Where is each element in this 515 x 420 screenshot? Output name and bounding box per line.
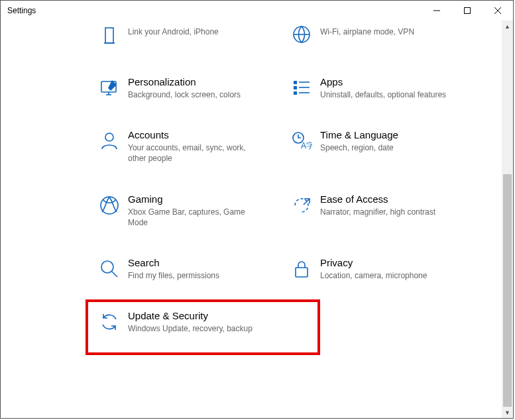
- svg-point-21: [101, 261, 113, 273]
- gaming-icon: [93, 193, 125, 216]
- category-privacy[interactable]: Privacy Location, camera, microphone: [286, 257, 471, 281]
- svg-rect-10: [294, 81, 297, 84]
- svg-text:A字: A字: [301, 141, 312, 150]
- titlebar: Settings: [1, 1, 513, 21]
- content-area: Link your Android, iPhone Wi-Fi, airplan…: [1, 21, 502, 418]
- maximize-button[interactable]: [452, 1, 483, 21]
- category-network[interactable]: Wi-Fi, airplane mode, VPN: [286, 25, 471, 47]
- close-button[interactable]: [483, 1, 513, 21]
- category-desc: Your accounts, email, sync, work, other …: [128, 142, 260, 164]
- category-desc: Windows Update, recovery, backup: [128, 323, 253, 334]
- category-title: Personalization: [128, 76, 241, 87]
- window-title: Settings: [7, 6, 422, 15]
- category-title: Accounts: [128, 129, 260, 140]
- scroll-down-button[interactable]: ▼: [502, 407, 513, 418]
- settings-window: Settings Link your Android, iPhone: [0, 0, 514, 419]
- category-desc: Uninstall, defaults, optional features: [320, 89, 446, 100]
- category-desc: Find my files, permissions: [128, 270, 219, 281]
- svg-rect-4: [105, 28, 113, 43]
- category-title: Ease of Access: [320, 193, 435, 205]
- vertical-scrollbar[interactable]: ▲ ▼: [502, 21, 513, 418]
- minimize-button[interactable]: [422, 1, 452, 21]
- search-icon: [93, 257, 125, 280]
- category-title: Privacy: [320, 257, 427, 268]
- category-title: Gaming: [128, 193, 260, 205]
- svg-line-20: [304, 199, 310, 205]
- category-desc: Link your Android, iPhone: [128, 26, 219, 37]
- highlight-update-security: Update & Security Windows Update, recove…: [87, 301, 319, 354]
- category-ease-of-access[interactable]: Ease of Access Narrator, magnifier, high…: [286, 193, 471, 228]
- category-time[interactable]: A字 Time & Language Speech, region, date: [286, 129, 471, 164]
- category-personalization[interactable]: Personalization Background, lock screen,…: [93, 76, 279, 100]
- category-phone[interactable]: Link your Android, iPhone: [93, 25, 279, 47]
- category-search[interactable]: Search Find my files, permissions: [93, 257, 279, 281]
- scroll-up-button[interactable]: ▲: [502, 21, 513, 32]
- category-desc: Speech, region, date: [320, 142, 398, 153]
- category-desc: Wi-Fi, airplane mode, VPN: [320, 26, 414, 37]
- svg-rect-1: [465, 8, 471, 14]
- category-desc: Background, lock screen, colors: [128, 89, 241, 100]
- scroll-thumb[interactable]: [503, 174, 512, 407]
- category-title: Search: [128, 257, 219, 268]
- personalization-icon: [93, 76, 125, 99]
- svg-line-22: [112, 272, 117, 277]
- category-desc: Xbox Game Bar, captures, Game Mode: [128, 207, 260, 228]
- category-accounts[interactable]: Accounts Your accounts, email, sync, wor…: [93, 129, 279, 164]
- category-title: Time & Language: [320, 129, 398, 140]
- privacy-icon: [286, 257, 317, 280]
- globe-icon: [286, 25, 317, 47]
- category-gaming[interactable]: Gaming Xbox Game Bar, captures, Game Mod…: [93, 193, 279, 228]
- scroll-track[interactable]: [502, 32, 513, 407]
- settings-grid: Link your Android, iPhone Wi-Fi, airplan…: [93, 25, 502, 354]
- svg-point-16: [105, 133, 113, 141]
- svg-rect-23: [296, 268, 308, 277]
- category-update-security[interactable]: Update & Security Windows Update, recove…: [93, 310, 272, 334]
- category-title: Apps: [320, 76, 446, 87]
- ease-of-access-icon: [286, 193, 317, 216]
- apps-icon: [286, 76, 317, 99]
- phone-icon: [93, 25, 125, 47]
- update-icon: [93, 310, 125, 333]
- category-apps[interactable]: Apps Uninstall, defaults, optional featu…: [286, 76, 471, 100]
- time-language-icon: A字: [286, 129, 317, 152]
- category-title: Update & Security: [128, 310, 253, 321]
- category-desc: Narrator, magnifier, high contrast: [320, 207, 435, 217]
- svg-rect-12: [294, 86, 297, 89]
- accounts-icon: [93, 129, 125, 152]
- svg-rect-14: [294, 91, 297, 95]
- category-desc: Location, camera, microphone: [320, 270, 427, 281]
